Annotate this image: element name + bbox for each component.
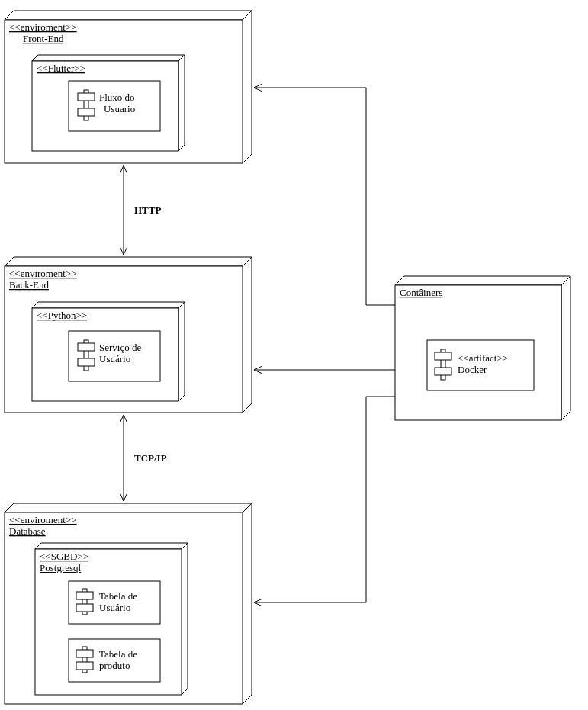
frontend-node: <<enviroment>> Front-End <<Flutter>> Flu… [5,11,252,163]
containers-name: Contâiners [400,287,442,298]
frontend-stereotype: <<enviroment>> [9,21,77,33]
backend-stereotype: <<enviroment>> [9,268,77,279]
backend-name: Back-End [9,279,49,291]
tab-usr-line1: Tabela de [99,590,137,602]
frontend-name: Front-End [23,33,64,44]
fluxo-line2: Usuario [104,103,135,114]
servico-line2: Usuário [99,353,130,365]
svg-rect-7 [78,108,95,116]
svg-rect-23 [76,604,93,612]
flutter-stereotype: <<Flutter>> [37,63,85,74]
tcpip-label: TCP/IP [134,452,167,464]
database-stereotype: <<enviroment>> [9,514,77,525]
docker-line2: Docker [458,364,487,375]
python-node: <<Python>> Serviço de Usuário [32,302,185,401]
fluxo-line1: Fluxo do [99,92,135,103]
backend-node: <<enviroment>> Back-End <<Python>> Servi… [5,257,252,413]
svg-rect-6 [78,93,95,101]
servico-usuario-component: Serviço de Usuário [69,331,160,381]
http-label: HTTP [134,204,161,216]
sgbd-stereotype: <<SGBD>> [40,551,88,562]
database-name: Database [9,525,46,537]
docker-line1: <<artifact>> [458,352,508,364]
svg-rect-14 [78,343,95,351]
containers-to-database [254,397,395,602]
tab-prod-line1: Tabela de [99,648,137,660]
svg-rect-33 [435,368,451,375]
svg-rect-26 [76,650,93,657]
svg-rect-22 [76,592,93,599]
tabela-usuario-component: Tabela de Usuário [69,581,160,624]
fluxo-usuario-component: Fluxo do Usuario [69,81,160,131]
tab-usr-line2: Usuário [99,602,130,613]
postgresql-node: <<SGBD>> Postgresql Tabela de Usuário Ta… [35,543,188,695]
svg-rect-27 [76,662,93,670]
python-stereotype: <<Python>> [37,310,87,321]
svg-rect-32 [435,352,451,360]
containers-node: Contâiners <<artifact>> Docker [395,276,570,420]
servico-line1: Serviço de [99,342,141,353]
database-node: <<enviroment>> Database <<SGBD>> Postgre… [5,503,252,704]
deployment-diagram: <<enviroment>> Front-End <<Flutter>> Flu… [0,0,588,710]
postgresql-name: Postgresql [40,562,82,573]
tab-prod-line2: produto [99,660,130,671]
tabela-produto-component: Tabela de produto [69,639,160,682]
flutter-node: <<Flutter>> Fluxo do Usuario [32,55,185,151]
docker-component: <<artifact>> Docker [427,340,534,390]
containers-to-frontend [254,88,395,305]
svg-rect-15 [78,358,95,366]
